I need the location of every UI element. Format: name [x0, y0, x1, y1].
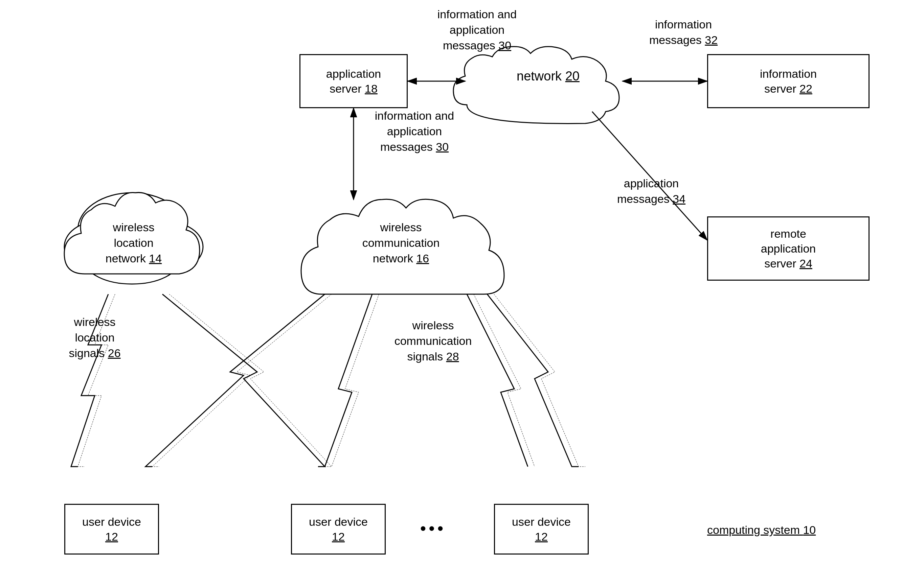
- network-cloud: [453, 47, 619, 124]
- computing-system-label: computing system 10: [707, 522, 873, 538]
- user-device-1-box: user device12: [64, 504, 159, 555]
- ellipsis: •••: [399, 517, 467, 540]
- label-info-messages-32: informationmessages 32: [633, 17, 734, 48]
- remote-app-server-box: remoteapplicationserver 24: [707, 216, 869, 281]
- user-device-3-label: user device12: [512, 514, 571, 544]
- information-server-box: informationserver 22: [707, 54, 869, 108]
- label-info-app-messages-top: information andapplicationmessages 30: [416, 7, 538, 53]
- label-wireless-comm-signals: wirelesscommunicationsignals 28: [372, 318, 494, 364]
- remote-app-server-label: remoteapplicationserver 24: [761, 226, 816, 271]
- label-network-20: network 20: [504, 67, 592, 85]
- user-device-2-label: user device12: [309, 514, 368, 544]
- information-server-label: informationserver 22: [760, 66, 817, 96]
- label-app-messages-34: applicationmessages 34: [599, 176, 704, 207]
- label-wireless-location-signals: wirelesslocationsignals 26: [44, 314, 146, 361]
- signal-wcn-to-ud1: [146, 294, 332, 467]
- user-device-1-label: user device12: [82, 514, 141, 544]
- signal-wcn-to-ud2: [325, 294, 379, 467]
- label-info-app-messages-mid: information andapplicationmessages 30: [359, 108, 470, 155]
- application-server-box: applicationserver 18: [299, 54, 408, 108]
- application-server-label: applicationserver 18: [326, 66, 381, 96]
- label-wcn-16: wirelesscommunicationnetwork 16: [325, 220, 477, 266]
- label-wln-14: wirelesslocationnetwork 14: [88, 220, 179, 266]
- signal-wln-to-ud2: [163, 294, 332, 467]
- user-device-3-box: user device12: [494, 504, 589, 555]
- user-device-2-box: user device12: [291, 504, 386, 555]
- signal-wcn-to-ud3b: [487, 294, 585, 467]
